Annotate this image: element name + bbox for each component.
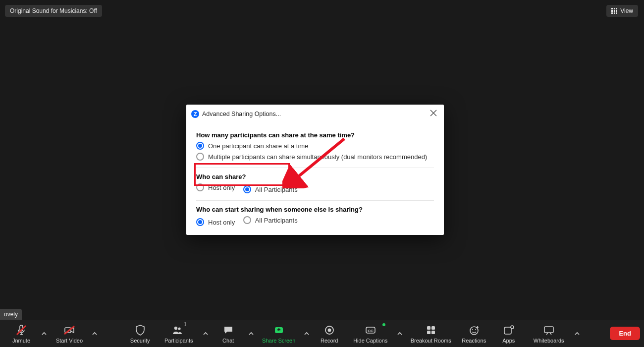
radio-icon (196, 142, 204, 150)
radio-all-participants-share[interactable]: All Participants (243, 185, 298, 193)
toolbar-label: Start Video (56, 338, 83, 344)
radio-label: One participant can share at a time (208, 142, 308, 150)
closed-captions-icon: CC (365, 324, 376, 336)
breakout-rooms-button[interactable]: Breakout Rooms (405, 322, 457, 345)
participants-button[interactable]: 1 Participants (158, 322, 200, 345)
toolbar-label: Apps (502, 338, 515, 344)
chevron-up-icon (397, 331, 402, 336)
whiteboards-options-caret[interactable] (572, 324, 583, 344)
toolbar-label: Whiteboards (534, 338, 564, 344)
original-sound-toggle[interactable]: Original Sound for Musicians: Off (5, 5, 102, 17)
view-button[interactable]: View (606, 5, 638, 17)
radio-icon (196, 153, 204, 161)
svg-point-16 (472, 329, 473, 330)
radio-label: Host only (208, 219, 235, 226)
radio-icon (196, 218, 204, 226)
hide-captions-button[interactable]: CC Hide Captions (347, 322, 394, 345)
radio-multiple-participants[interactable]: Multiple participants can share simultan… (196, 153, 434, 161)
question-simultaneous-share: How many participants can share at the s… (196, 131, 434, 139)
breakout-rooms-icon (425, 324, 437, 336)
dialog-header: Z Advanced Sharing Options... (186, 105, 444, 123)
chevron-up-icon (42, 331, 47, 336)
svg-rect-20 (544, 327, 553, 333)
share-screen-button[interactable]: Share Screen (257, 322, 301, 345)
svg-text:CC: CC (368, 329, 374, 333)
view-label: View (620, 7, 633, 14)
caption-active-indicator-icon (382, 323, 385, 326)
radio-icon (243, 185, 251, 193)
microphone-muted-icon (15, 324, 27, 336)
share-screen-icon (273, 324, 285, 336)
advanced-sharing-dialog: Z Advanced Sharing Options... How many p… (186, 105, 444, 235)
close-icon (430, 110, 437, 116)
chevron-up-icon (304, 331, 309, 336)
end-button[interactable]: End (610, 327, 640, 340)
divider (196, 200, 434, 201)
radio-all-participants-start[interactable]: All Participants (243, 216, 298, 224)
svg-point-5 (178, 327, 180, 330)
svg-rect-14 (431, 331, 435, 334)
reactions-button[interactable]: Reactions (457, 322, 491, 345)
close-button[interactable] (428, 108, 439, 120)
video-off-icon (63, 324, 75, 336)
divider (196, 168, 434, 168)
svg-rect-12 (431, 326, 435, 330)
radio-icon (243, 216, 251, 224)
radio-host-only-start[interactable]: Host only (196, 218, 235, 226)
radio-icon (196, 183, 204, 191)
chevron-up-icon (249, 331, 254, 336)
toolbar-label: Participants (164, 338, 193, 344)
chat-options-caret[interactable] (246, 324, 257, 344)
captions-options-caret[interactable] (394, 324, 405, 344)
video-options-caret[interactable] (89, 324, 100, 344)
svg-point-4 (174, 327, 177, 330)
apps-icon (503, 324, 515, 336)
record-button[interactable]: Record (312, 322, 347, 345)
toolbar-label: Breakout Rooms (411, 338, 451, 344)
participant-name-tag: ovely (0, 309, 22, 320)
meeting-stage: Original Sound for Musicians: Off View o… (0, 0, 644, 347)
shield-icon (134, 324, 146, 336)
unmute-button[interactable]: Jnmute (4, 322, 39, 345)
toolbar-label: Reactions (462, 338, 486, 344)
svg-rect-13 (427, 331, 430, 334)
radio-host-only-share[interactable]: Host only (196, 183, 235, 191)
toolbar-label: Chat (222, 338, 234, 344)
toolbar-label: Hide Captions (353, 338, 387, 344)
toolbar-label: Share Screen (262, 338, 295, 344)
toolbar-label: Security (130, 338, 150, 344)
chat-icon (222, 324, 234, 336)
security-button[interactable]: Security (123, 322, 158, 345)
smile-plus-icon (468, 324, 480, 336)
apps-button[interactable]: Apps (491, 322, 526, 345)
radio-label: Host only (208, 184, 235, 191)
zoom-logo-icon: Z (191, 110, 199, 118)
participants-icon (171, 324, 183, 336)
svg-rect-18 (504, 327, 511, 334)
radio-one-participant[interactable]: One participant can share at a time (196, 142, 434, 150)
svg-rect-11 (427, 326, 430, 330)
dialog-body: How many participants can share at the s… (186, 123, 444, 235)
record-icon (323, 324, 335, 336)
chat-button[interactable]: Chat (211, 322, 246, 345)
chevron-up-icon (92, 331, 97, 336)
participants-options-caret[interactable] (200, 324, 211, 344)
radio-label: All Participants (255, 217, 298, 224)
svg-point-15 (470, 327, 478, 335)
start-video-button[interactable]: Start Video (50, 322, 89, 345)
grid-icon (611, 8, 617, 14)
svg-point-17 (475, 329, 476, 330)
radio-label: Multiple participants can share simultan… (208, 153, 427, 161)
radio-label: All Participants (255, 186, 298, 193)
svg-point-19 (511, 326, 514, 329)
whiteboard-icon (543, 324, 555, 336)
chevron-up-icon (575, 331, 580, 336)
audio-options-caret[interactable] (39, 324, 50, 344)
dialog-title: Advanced Sharing Options... (202, 111, 281, 117)
participants-count: 1 (184, 322, 187, 327)
meeting-toolbar: Jnmute Start Video Security (0, 320, 644, 347)
chevron-up-icon (203, 331, 208, 336)
share-options-caret[interactable] (301, 324, 312, 344)
question-who-can-share: Who can share? (196, 173, 434, 180)
whiteboards-button[interactable]: Whiteboards (526, 322, 572, 345)
